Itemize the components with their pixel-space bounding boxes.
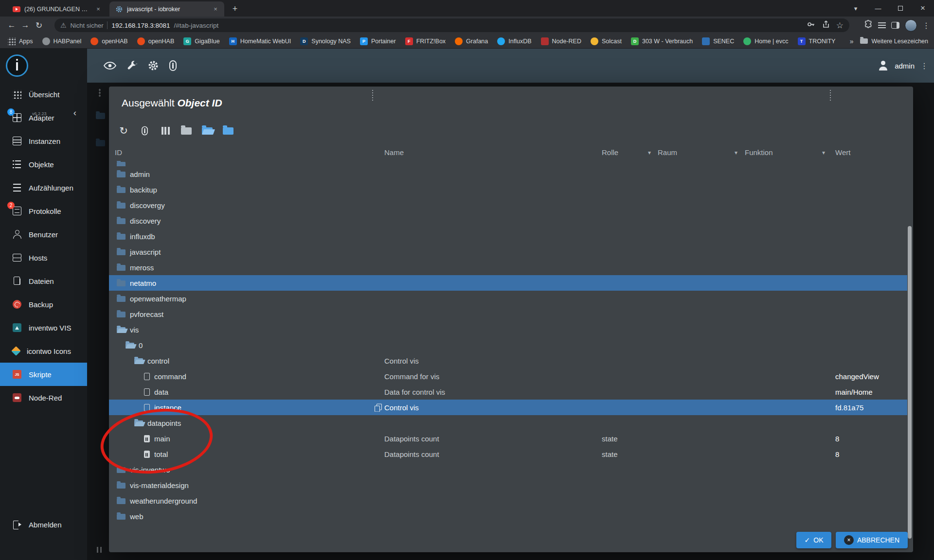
bookmark-solcast[interactable]: Solcast (591, 37, 622, 45)
object-row-vis[interactable]: vis (109, 322, 907, 337)
sidebar-item-skripte[interactable]: JS Skripte (0, 363, 87, 386)
browser-tab-blockly[interactable]: (26) GRUNDLAGEN BLOCKLY 202 × (7, 1, 107, 17)
ok-button[interactable]: ✓ OK (796, 532, 831, 548)
object-row-control[interactable]: control Control vis (109, 353, 907, 368)
object-row-netatmo[interactable]: netatmo (109, 275, 907, 291)
role-filter-caret-icon[interactable]: ▾ (648, 149, 651, 156)
window-minimize-button[interactable]: — (867, 0, 889, 17)
password-key-icon[interactable] (806, 19, 816, 31)
window-close-button[interactable]: × (912, 0, 934, 17)
object-row-datapoints[interactable]: datapoints (109, 415, 907, 431)
sidebar-item-bersicht[interactable]: Übersicht (0, 83, 87, 106)
object-row-influxdb[interactable]: influxdb (109, 228, 907, 244)
bookmark-grafana[interactable]: Grafana (455, 37, 488, 45)
object-row-total[interactable]: total Datapoints count state 8 (109, 446, 907, 462)
bookmark-fritz-box[interactable]: F FRITZ!Box (405, 37, 446, 45)
reload-icon[interactable]: ↻ (32, 18, 46, 32)
reading-list-icon[interactable] (878, 22, 886, 28)
visibility-eye-icon[interactable] (104, 61, 116, 70)
object-row-weatherunderground[interactable]: weatherunderground W (109, 493, 907, 508)
column-divider[interactable] (372, 90, 373, 101)
apps-shortcut[interactable]: Apps (8, 37, 33, 45)
bookmark-openhab[interactable]: openHAB (90, 37, 128, 45)
object-row-backitup[interactable]: backitup (109, 182, 907, 197)
function-filter-caret-icon[interactable]: ▾ (822, 149, 825, 156)
columns-button[interactable] (160, 125, 171, 137)
sidebar-item-node-red[interactable]: Node-Red (0, 386, 87, 409)
object-row-partial[interactable] (109, 161, 907, 166)
object-row-pvforecast[interactable]: pvforecast (109, 306, 907, 322)
wrench-icon[interactable] (126, 60, 137, 71)
cancel-button[interactable]: × ABBRECHEN (836, 532, 908, 548)
user-avatar-icon[interactable] (878, 61, 889, 70)
sidebar-item-instanzen[interactable]: Instanzen (0, 129, 87, 153)
object-row-javascript[interactable]: javascript JS (109, 244, 907, 260)
bookmark-node-red[interactable]: Node-RED (541, 37, 581, 45)
sidebar-item-backup[interactable]: Backup (0, 293, 87, 316)
object-row-discovergy[interactable]: discovergy (109, 197, 907, 213)
dialog-scrollbar[interactable] (908, 226, 912, 539)
room-filter-caret-icon[interactable]: ▾ (735, 149, 737, 156)
object-row-data[interactable]: data Data for control vis main/Home (109, 384, 907, 400)
appbar-menu-icon[interactable]: ⋮ (920, 61, 928, 70)
sidebar-item-dateien[interactable]: Dateien (0, 269, 87, 293)
bookmark-star-icon[interactable]: ☆ (836, 18, 844, 32)
tab-search-icon[interactable]: ▾ (844, 0, 867, 17)
bookmark-openhab[interactable]: openHAB (137, 37, 175, 45)
collapse-all-button[interactable] (222, 125, 234, 137)
sidebar-item-objekte[interactable]: Objekte (0, 153, 87, 176)
object-row-admin[interactable]: admin (109, 166, 907, 182)
sidebar-item-adapter[interactable]: 8 Adapter (0, 106, 87, 129)
expand-all-button[interactable] (201, 125, 213, 137)
tab-close-icon[interactable]: × (212, 5, 219, 13)
gear-icon[interactable] (147, 60, 159, 71)
object-row-openweathermap[interactable]: openweathermap (109, 291, 907, 306)
object-row-command[interactable]: command Command for vis changedView (109, 368, 907, 384)
object-row-discovery[interactable]: discovery (109, 213, 907, 228)
object-row-main[interactable]: main Datapoints count state 8 (109, 431, 907, 446)
extensions-puzzle-icon[interactable] (864, 20, 873, 31)
bookmark-home-evcc[interactable]: Home | evcc (743, 37, 788, 45)
share-icon[interactable] (822, 20, 830, 31)
object-row-web[interactable]: web (109, 508, 907, 524)
sidebar-item-hosts[interactable]: Hosts (0, 246, 87, 269)
side-panel-icon[interactable] (891, 22, 899, 29)
bookmark-portainer[interactable]: P Portainer (360, 37, 396, 45)
sidebar-item-aufz-hlungen[interactable]: Aufzählungen (0, 176, 87, 199)
bookmark-gigablue[interactable]: G GigaBlue (183, 37, 219, 45)
other-bookmarks[interactable]: Weitere Lesezeichen (860, 38, 928, 45)
object-row-vis-materialdesign[interactable]: vis-materialdesign (109, 477, 907, 493)
bookmark-influxdb[interactable]: InfluxDB (497, 37, 531, 45)
sidebar-item-benutzer[interactable]: Benutzer (0, 223, 87, 246)
profile-avatar[interactable] (905, 19, 917, 32)
bookmark-homematic-webui[interactable]: H HomeMatic WebUI (229, 37, 291, 45)
window-maximize-button[interactable] (889, 0, 912, 17)
column-divider[interactable] (830, 90, 831, 101)
object-row-instance[interactable]: instance Control vis fd.81a75 (109, 400, 907, 415)
sidebar-item-protokolle[interactable]: 2 Protokolle (0, 199, 87, 223)
sidebar-item-icontwo-icons[interactable]: icontwo Icons (0, 339, 87, 363)
browser-menu-icon[interactable]: ⋮ (922, 21, 930, 30)
bookmark-303-w-verbrauch[interactable]: D 303 W - Verbrauch (631, 37, 693, 45)
list-view-button[interactable] (180, 125, 192, 137)
object-row-meross[interactable]: meross M (109, 260, 907, 275)
back-icon[interactable]: ← (5, 18, 18, 32)
security-label[interactable]: Nicht sicher (71, 22, 104, 29)
bookmark-habpanel[interactable]: HABPanel (42, 37, 82, 45)
bookmark-tronity[interactable]: T TRONITY (798, 37, 836, 45)
iobroker-pin-button[interactable] (139, 125, 150, 137)
iobroker-pin-icon[interactable] (169, 60, 177, 71)
object-row-vis-inventwo[interactable]: vis-inventwo (109, 462, 907, 477)
bookmarks-overflow-icon[interactable]: » (850, 37, 854, 45)
refresh-button[interactable]: ↻ (118, 125, 129, 137)
forward-icon[interactable]: → (18, 18, 32, 32)
object-row-0[interactable]: 0 (109, 337, 907, 353)
sidebar-item-inventwo-vis[interactable]: inventwo VIS (0, 316, 87, 339)
tab-close-icon[interactable]: × (94, 5, 102, 13)
new-tab-button[interactable]: + (228, 2, 242, 16)
bookmark-synology-nas[interactable]: D Synology NAS (300, 37, 351, 45)
browser-tab-iobroker[interactable]: javascript - iobroker × (109, 1, 224, 17)
address-bar[interactable]: ⚠ Nicht sicher 192.168.178.3:8081 /#tab-… (54, 18, 849, 32)
bookmark-senec[interactable]: SENEC (702, 37, 734, 45)
sidebar-item-abmelden[interactable]: Abmelden (0, 513, 87, 536)
